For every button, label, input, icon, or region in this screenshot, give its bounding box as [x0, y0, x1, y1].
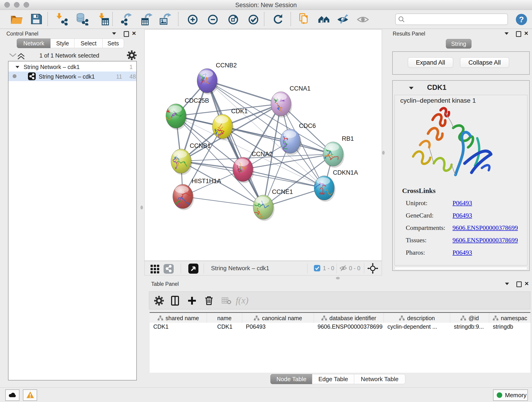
- table-cell[interactable]: cyclin-dependent ...: [387, 323, 450, 332]
- network-graph[interactable]: CCNB2 CCNA1 CDC25B CDK1 CDC6: [145, 30, 382, 261]
- right-splitter-handle[interactable]: [382, 151, 385, 155]
- export-network-button[interactable]: [120, 13, 133, 26]
- network-edge[interactable]: [243, 169, 324, 188]
- network-node-rb1[interactable]: RB1: [323, 135, 354, 168]
- left-splitter-handle[interactable]: [140, 206, 143, 210]
- table-cell[interactable]: CDK1: [153, 323, 206, 332]
- crosslink-value-link[interactable]: 9606.ENSP00000378699: [452, 224, 518, 231]
- network-node-ccna2[interactable]: CCNA2: [233, 151, 273, 183]
- table-panel-close-button[interactable]: ×: [525, 281, 532, 287]
- tab-sets[interactable]: Sets: [102, 38, 124, 48]
- network-edge[interactable]: [222, 127, 333, 154]
- zoom-in-button[interactable]: [186, 13, 199, 26]
- memory-button[interactable]: Memory: [493, 389, 528, 401]
- network-node-ccne1[interactable]: CCNE1: [253, 188, 293, 221]
- table-cell[interactable]: 9606.ENSP00000378699: [317, 323, 383, 332]
- help-button[interactable]: ?: [515, 13, 528, 26]
- results-panel-float-button[interactable]: [504, 32, 511, 38]
- hidden-eye-icon[interactable]: [339, 265, 347, 272]
- tab-style[interactable]: Style: [51, 38, 75, 48]
- export-table-button[interactable]: [140, 13, 153, 26]
- control-panel-close-button[interactable]: ×: [132, 31, 139, 37]
- create-column-button[interactable]: [186, 295, 198, 306]
- zoom-fit-icon: [227, 13, 240, 26]
- table-gear-button[interactable]: [153, 295, 165, 306]
- results-panel-maximize-button[interactable]: [516, 31, 523, 37]
- help-icon: ?: [515, 13, 528, 26]
- collection-expander-icon[interactable]: [16, 66, 19, 68]
- network-node-hist1h1a[interactable]: HIST1H1A: [173, 178, 221, 210]
- import-network-button[interactable]: [56, 13, 68, 26]
- crosslink-value-link[interactable]: P06493: [452, 199, 472, 206]
- search-box[interactable]: [395, 13, 508, 25]
- control-panel-float-button[interactable]: [112, 32, 119, 38]
- search-input[interactable]: [407, 15, 504, 23]
- column-header-canonical-name[interactable]: canonical name: [242, 313, 314, 323]
- export-image-button[interactable]: [159, 13, 172, 26]
- column-header-description[interactable]: description: [384, 313, 450, 323]
- table-panel-float-button[interactable]: [505, 282, 511, 288]
- show-details-eye-button[interactable]: [356, 13, 369, 26]
- tab-string[interactable]: String: [446, 39, 472, 49]
- column-header-name[interactable]: name: [207, 313, 242, 323]
- network-node-cdc6[interactable]: CDC6: [280, 122, 316, 155]
- column-header-shared-name[interactable]: shared name: [150, 313, 207, 323]
- results-scrollbar[interactable]: [394, 267, 527, 270]
- import-database-button[interactable]: [76, 13, 89, 26]
- network-node-cdkn1a[interactable]: CDKN1A: [313, 169, 358, 202]
- network-collection-row[interactable]: String Network – cdk1 1: [8, 63, 136, 71]
- crosslink-value-link[interactable]: P06493: [452, 249, 472, 256]
- crosshair-icon[interactable]: [367, 263, 378, 274]
- collapse-all-button[interactable]: Collapse All: [460, 57, 509, 68]
- table-cell[interactable]: CDK1: [217, 323, 248, 332]
- column-header--id[interactable]: @id: [450, 313, 489, 323]
- selected-checkbox-icon[interactable]: [314, 265, 321, 272]
- table-cell[interactable]: stringdb:9...: [454, 323, 489, 332]
- network-tree: String Network – cdk1 1 String Network –…: [8, 61, 137, 380]
- zoom-selected-button[interactable]: [247, 13, 260, 26]
- tab-node-table[interactable]: Node Table: [270, 374, 312, 384]
- zoom-out-button[interactable]: [206, 13, 219, 26]
- warnings-button[interactable]: [23, 389, 37, 401]
- network-panel-gear-button[interactable]: [126, 50, 138, 61]
- zoom-fit-button[interactable]: [227, 13, 240, 26]
- results-panel-close-button[interactable]: ×: [524, 31, 531, 37]
- table-panel-maximize-button[interactable]: [516, 281, 523, 287]
- open-view-button[interactable]: [188, 263, 199, 274]
- network-view-mode-button[interactable]: [163, 263, 174, 274]
- hide-details-eye-button[interactable]: [336, 13, 349, 26]
- column-header-database-identifier[interactable]: database identifier: [314, 313, 384, 323]
- expand-all-button[interactable]: Expand All: [408, 57, 453, 68]
- network-edge[interactable]: [183, 196, 263, 207]
- function-builder-button[interactable]: f(x): [236, 295, 249, 306]
- delete-columns-button[interactable]: [203, 295, 215, 306]
- column-header-label: shared name: [166, 315, 199, 321]
- protein-expander-icon[interactable]: [409, 87, 413, 89]
- tab-network-table[interactable]: Network Table: [354, 374, 405, 384]
- refresh-button[interactable]: [272, 13, 284, 26]
- network-edge[interactable]: [207, 81, 263, 207]
- control-panel-maximize-button[interactable]: [124, 31, 131, 37]
- crosslinks-title: CrossLinks: [402, 187, 436, 195]
- show-columns-button[interactable]: [169, 295, 181, 306]
- tab-select[interactable]: Select: [74, 38, 103, 48]
- houses-button[interactable]: [317, 13, 330, 26]
- tab-network[interactable]: Network: [17, 38, 51, 48]
- documents-button[interactable]: [298, 13, 311, 26]
- save-session-button[interactable]: [30, 13, 43, 26]
- table-cell[interactable]: P06493: [246, 323, 313, 332]
- crosslink-value-link[interactable]: 9606.ENSP00000378699: [452, 236, 518, 244]
- network-row-selected[interactable]: String Network – cdk1 11 48: [8, 71, 136, 81]
- crosslink-row: GeneCard:P06493: [406, 212, 472, 219]
- grid-view-button[interactable]: [149, 263, 161, 274]
- tab-edge-table[interactable]: Edge Table: [312, 374, 355, 384]
- column-header-namespac[interactable]: namespac: [489, 313, 531, 323]
- crosslink-value-link[interactable]: P06493: [452, 212, 472, 219]
- open-file-button[interactable]: [10, 13, 22, 26]
- import-table-button[interactable]: [96, 13, 109, 26]
- table-cell[interactable]: stringdb: [493, 323, 530, 332]
- delete-table-button[interactable]: [221, 295, 232, 306]
- open-file-icon: [10, 13, 22, 26]
- network-canvas[interactable]: CCNB2 CCNA1 CDC25B CDK1 CDC6: [144, 29, 382, 261]
- cloud-button[interactable]: [5, 389, 19, 401]
